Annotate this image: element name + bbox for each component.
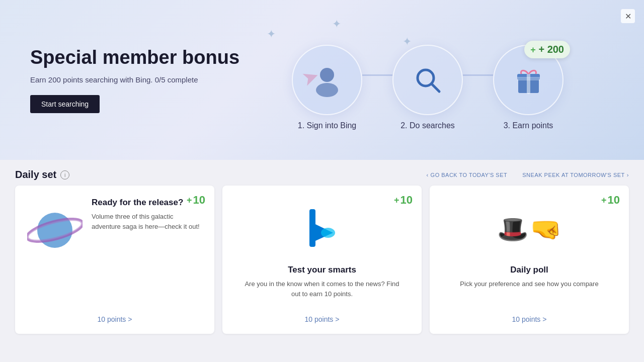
card1-footer: 10 points > (27, 307, 202, 324)
banner-left: Special member bonus Earn 200 points sea… (30, 47, 242, 114)
chevron-right-icon: › (627, 172, 629, 178)
card3-points-badge: + 10 (601, 194, 620, 207)
svg-point-0 (320, 68, 334, 82)
svg-rect-6 (527, 73, 530, 94)
card2-desc: Are you in the know when it comes to the… (234, 279, 410, 299)
step1-circle (292, 45, 362, 115)
card1-desc: Volume three of this galactic adventure … (92, 212, 202, 231)
close-button[interactable]: ✕ (621, 9, 635, 23)
card1-title: Ready for the release? (92, 198, 202, 208)
daily-section: Daily set i ‹ GO BACK TO TODAY'S SET SNE… (0, 160, 644, 334)
card3-link[interactable]: 10 points > (512, 315, 547, 323)
card2-link[interactable]: 10 points > (305, 315, 340, 323)
step3-circle: + + 200 (493, 45, 564, 115)
card1-content: Ready for the release? Volume three of t… (27, 198, 202, 265)
card1-text: Ready for the release? Volume three of t… (92, 198, 202, 231)
card-2: + 10 Test your smarts Are you in the kno… (222, 186, 422, 334)
bing-logo-svg (302, 207, 342, 254)
step-2: 2. Do searches (392, 45, 463, 130)
daily-title-row: Daily set i (15, 169, 69, 180)
card3-desc: Pick your preference and see how you com… (455, 279, 603, 289)
step2-label: 2. Do searches (400, 121, 455, 130)
hand-icon: 🤜 (530, 215, 561, 244)
card2-title: Test your smarts (288, 265, 356, 275)
card-3: + 10 🎩 🤜 Daily poll Pick your preference… (430, 186, 629, 334)
chevron-left-icon: ‹ (426, 172, 428, 178)
svg-point-1 (316, 83, 338, 97)
card3-image: 🎩 🤜 (497, 203, 562, 258)
card-1: + 10 Ready for the release? Volume three… (15, 186, 214, 334)
card3-points-value: 10 (608, 194, 620, 207)
card3-footer: 10 points > (442, 307, 617, 324)
banner-right: ➤ 1. Sign into Bing (242, 0, 614, 160)
card1-image (27, 203, 83, 258)
step-1: 1. Sign into Bing (292, 45, 362, 130)
nav-forward-link[interactable]: SNEAK PEEK AT TOMORROW'S SET › (522, 172, 629, 178)
daily-header: Daily set i ‹ GO BACK TO TODAY'S SET SNE… (15, 169, 629, 180)
step-3: + + 200 3. Earn points (493, 45, 564, 130)
poll-icons: 🎩 🤜 (497, 215, 561, 244)
card1-points-value: 10 (193, 194, 205, 207)
badge-value: + 200 (538, 44, 564, 55)
nav-links: ‹ GO BACK TO TODAY'S SET SNEAK PEEK AT T… (426, 172, 629, 178)
steps-container: 1. Sign into Bing 2. Do searches (292, 45, 564, 130)
card1-points-badge: + 10 (187, 194, 205, 207)
banner: ✦ ✦ ✦ ✕ Special member bonus Earn 200 po… (0, 0, 644, 160)
step1-label: 1. Sign into Bing (298, 121, 357, 130)
card2-image (289, 203, 355, 258)
card2-points-badge: + 10 (394, 194, 413, 207)
points-badge: + + 200 (524, 41, 570, 58)
fez-icon: 🎩 (497, 215, 528, 244)
step-connector-2 (463, 74, 493, 76)
nav-back-label: GO BACK TO TODAY'S SET (431, 172, 508, 178)
cards-row: + 10 Ready for the release? Volume three… (15, 186, 629, 334)
svg-line-3 (432, 84, 439, 92)
step3-label: 3. Earn points (504, 121, 553, 130)
svg-point-12 (321, 228, 335, 238)
banner-title: Special member bonus (30, 47, 242, 69)
gift-icon (512, 64, 545, 97)
search-icon (412, 64, 444, 97)
person-icon (309, 62, 345, 98)
plus-icon: + (601, 195, 607, 206)
start-searching-button[interactable]: Start searching (30, 95, 100, 113)
card3-title: Daily poll (510, 265, 548, 275)
step2-circle (392, 45, 463, 115)
banner-subtitle: Earn 200 points searching with Bing. 0/5… (30, 75, 242, 84)
svg-rect-7 (517, 77, 540, 80)
plus-icon: + (530, 45, 536, 55)
card2-footer: 10 points > (234, 307, 410, 324)
nav-forward-label: SNEAK PEEK AT TOMORROW'S SET (522, 172, 625, 178)
svg-rect-11 (309, 209, 315, 247)
step-connector-1 (362, 74, 392, 76)
planet-svg (27, 205, 83, 255)
card1-link[interactable]: 10 points > (98, 315, 132, 323)
info-icon[interactable]: i (60, 170, 69, 179)
daily-set-title: Daily set (15, 169, 56, 180)
plus-icon: + (187, 195, 192, 206)
nav-back-link[interactable]: ‹ GO BACK TO TODAY'S SET (426, 172, 507, 178)
plus-icon: + (394, 195, 399, 206)
card2-points-value: 10 (400, 194, 413, 207)
